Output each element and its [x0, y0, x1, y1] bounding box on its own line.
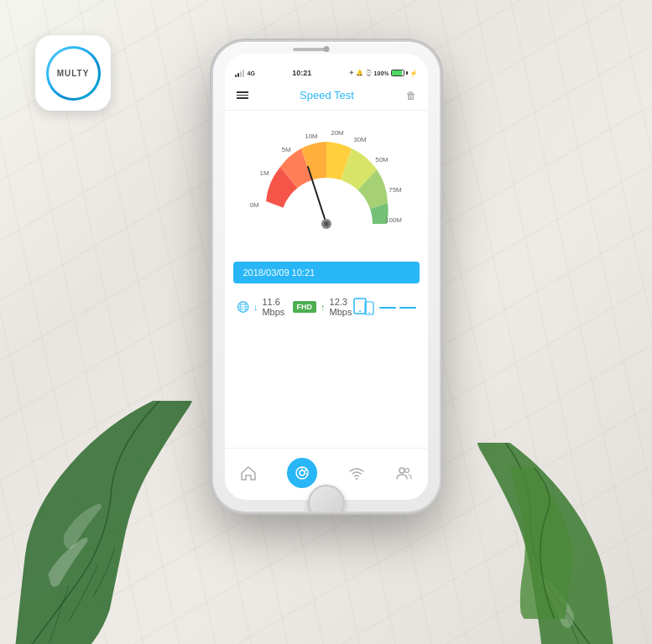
speed-icon	[294, 465, 310, 481]
gauge-svg: 0M 1M 5M 10M 20M 30M 50M 75M 100M	[234, 119, 419, 253]
app-icon-label: MULTY	[57, 69, 90, 78]
svg-text:5M: 5M	[281, 146, 290, 153]
svg-point-23	[300, 470, 305, 475]
network-type: 4G	[248, 70, 255, 76]
phone-screen: 4G 10:21 ✈ 🔔 ⌚ 100% ⚡	[225, 54, 428, 500]
page-title: Speed Test	[300, 89, 354, 101]
fhd-badge: FHD	[293, 301, 317, 313]
svg-text:10M: 10M	[305, 132, 318, 140]
home-icon	[240, 465, 257, 481]
phone-device: 4G 10:21 ✈ 🔔 ⌚ 100% ⚡	[213, 42, 440, 512]
svg-text:50M: 50M	[375, 156, 389, 164]
phone-body: 4G 10:21 ✈ 🔔 ⌚ 100% ⚡	[213, 42, 440, 512]
download-speed: 11.6 Mbps	[262, 297, 292, 317]
globe-icon	[237, 298, 249, 316]
nav-active-indicator	[287, 458, 317, 488]
svg-point-12	[324, 221, 329, 226]
app-icon[interactable]: MULTY	[35, 35, 111, 111]
results-section: 2018/03/09 10:21 ↓ 11.6 Mbps	[233, 262, 420, 322]
download-item: ↓ 11.6 Mbps	[237, 297, 293, 317]
speed-gauge: 0M 1M 5M 10M 20M 30M 50M 75M 100M	[225, 111, 428, 262]
upload-item: FHD ↑ 12.3 Mbps	[293, 297, 353, 317]
upload-speed: 12.3 Mbps	[330, 297, 353, 317]
status-bar: 4G 10:21 ✈ 🔔 ⌚ 100% ⚡	[225, 65, 428, 80]
svg-point-21	[368, 312, 370, 314]
svg-text:0M: 0M	[249, 201, 258, 209]
device-icon	[353, 298, 375, 316]
svg-point-26	[405, 468, 409, 472]
location-icon: ✈	[349, 70, 354, 76]
svg-text:20M: 20M	[331, 129, 344, 137]
app-header: Speed Test 🗑	[225, 80, 428, 111]
svg-point-25	[399, 468, 404, 473]
phone-camera	[323, 46, 329, 52]
signal-bars	[235, 70, 244, 77]
trash-icon[interactable]: 🗑	[406, 90, 416, 101]
status-time: 10:21	[292, 69, 311, 77]
alarm-icon: ⌚	[365, 70, 373, 76]
speed-indicators	[379, 307, 416, 309]
svg-text:75M: 75M	[389, 186, 402, 194]
svg-point-24	[356, 477, 357, 479]
nav-item-wifi[interactable]	[342, 460, 372, 486]
speed-row: ↓ 11.6 Mbps FHD ↑ 12.3 Mbps	[233, 292, 420, 322]
users-icon	[395, 465, 412, 481]
phone-speaker	[293, 48, 326, 51]
upload-arrow-icon: ↑	[321, 302, 326, 312]
app-icon-ring: MULTY	[46, 46, 101, 101]
svg-text:100M: 100M	[384, 216, 401, 224]
download-arrow-icon: ↓	[253, 302, 258, 312]
nav-item-users[interactable]	[389, 460, 419, 486]
status-left: 4G	[235, 70, 255, 77]
status-right: ✈ 🔔 ⌚ 100% ⚡	[349, 70, 418, 77]
svg-text:1M: 1M	[259, 169, 269, 177]
bluetooth-icon: 🔔	[356, 70, 363, 76]
svg-text:30M: 30M	[353, 136, 367, 143]
battery-icon	[391, 70, 404, 76]
battery-percent: 100%	[374, 70, 389, 76]
battery-tip	[406, 71, 408, 75]
test-date: 2018/03/09 10:21	[243, 267, 316, 278]
hamburger-icon[interactable]	[237, 91, 248, 99]
nav-item-home[interactable]	[233, 460, 263, 486]
device-item	[353, 298, 416, 316]
svg-point-19	[359, 310, 361, 312]
wifi-icon	[348, 465, 365, 481]
date-bar: 2018/03/09 10:21	[233, 262, 420, 283]
